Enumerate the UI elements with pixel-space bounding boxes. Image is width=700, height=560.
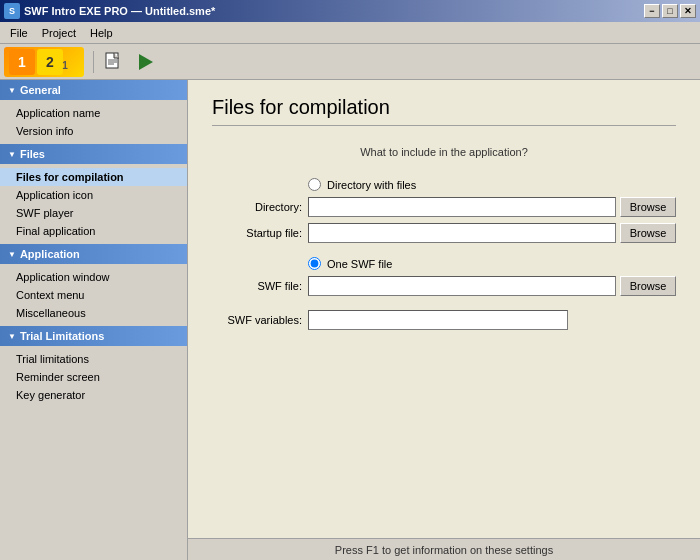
application-section-label: Application	[20, 248, 80, 260]
sidebar-item-trial-limitations[interactable]: Trial limitations	[0, 350, 187, 368]
swf-browse-button[interactable]: Browse	[620, 276, 676, 296]
menu-project[interactable]: Project	[36, 25, 82, 41]
svg-text:1: 1	[62, 60, 68, 71]
sidebar-item-context-menu[interactable]: Context menu	[0, 286, 187, 304]
title-bar: S SWF Intro EXE PRO — Untitled.sme* − □ …	[0, 0, 700, 22]
minimize-button[interactable]: −	[644, 4, 660, 18]
toolbar: 1 2 1	[0, 44, 700, 80]
swf-vars-label: SWF variables:	[212, 314, 302, 326]
toolbar-separator	[93, 51, 94, 73]
sidebar-section-trial[interactable]: ▼ Trial Limitations	[0, 326, 187, 346]
sidebar-item-version-info[interactable]: Version info	[0, 122, 187, 140]
sidebar-section-general[interactable]: ▼ General	[0, 80, 187, 100]
directory-browse-button[interactable]: Browse	[620, 197, 676, 217]
swf-vars-input[interactable]	[308, 310, 568, 330]
general-section-label: General	[20, 84, 61, 96]
application-arrow-icon: ▼	[8, 250, 16, 259]
trial-items: Trial limitations Reminder screen Key ge…	[0, 346, 187, 408]
swf-label: SWF file:	[212, 280, 302, 292]
startup-input[interactable]	[308, 223, 616, 243]
sidebar: ▼ General Application name Version info …	[0, 80, 188, 560]
content-subtitle: What to include in the application?	[212, 146, 676, 158]
close-button[interactable]: ✕	[680, 4, 696, 18]
status-text: Press F1 to get information on these set…	[335, 544, 553, 556]
swf-form-group: SWF file: Browse	[212, 276, 676, 296]
sidebar-item-key-generator[interactable]: Key generator	[0, 386, 187, 404]
title-buttons[interactable]: − □ ✕	[644, 4, 696, 18]
trial-section-label: Trial Limitations	[20, 330, 104, 342]
application-items: Application window Context menu Miscella…	[0, 264, 187, 326]
radio-directory[interactable]	[308, 178, 321, 191]
page-title: Files for compilation	[212, 96, 676, 126]
svg-text:1: 1	[18, 54, 26, 70]
general-arrow-icon: ▼	[8, 86, 16, 95]
swf-vars-form-group: SWF variables:	[212, 310, 676, 330]
radio-directory-label[interactable]: Directory with files	[327, 179, 416, 191]
content-area: Files for compilation What to include in…	[188, 80, 700, 560]
radio-group-swf: One SWF file	[308, 257, 676, 270]
sidebar-item-reminder-screen[interactable]: Reminder screen	[0, 368, 187, 386]
directory-form-group: Directory: Browse	[212, 197, 676, 217]
toolbar-doc-button[interactable]	[99, 48, 129, 76]
files-section-label: Files	[20, 148, 45, 160]
sidebar-item-app-window[interactable]: Application window	[0, 268, 187, 286]
title-text: SWF Intro EXE PRO — Untitled.sme*	[24, 5, 215, 17]
toolbar-logo: 1 2 1	[4, 47, 84, 77]
files-items: Files for compilation Application icon S…	[0, 164, 187, 244]
startup-form-group: Startup file: Browse	[212, 223, 676, 243]
sidebar-item-swf-player[interactable]: SWF player	[0, 204, 187, 222]
files-arrow-icon: ▼	[8, 150, 16, 159]
swf-input[interactable]	[308, 276, 616, 296]
sidebar-item-files-compilation[interactable]: Files for compilation	[0, 168, 187, 186]
directory-label: Directory:	[212, 201, 302, 213]
maximize-button[interactable]: □	[662, 4, 678, 18]
menu-bar: File Project Help	[0, 22, 700, 44]
sidebar-item-app-name[interactable]: Application name	[0, 104, 187, 122]
toolbar-play-button[interactable]	[131, 48, 161, 76]
status-bar: Press F1 to get information on these set…	[188, 538, 700, 560]
menu-help[interactable]: Help	[84, 25, 119, 41]
general-items: Application name Version info	[0, 100, 187, 144]
startup-label: Startup file:	[212, 227, 302, 239]
title-bar-left: S SWF Intro EXE PRO — Untitled.sme*	[4, 3, 215, 19]
startup-browse-button[interactable]: Browse	[620, 223, 676, 243]
sidebar-section-files[interactable]: ▼ Files	[0, 144, 187, 164]
trial-arrow-icon: ▼	[8, 332, 16, 341]
sidebar-item-app-icon[interactable]: Application icon	[0, 186, 187, 204]
menu-file[interactable]: File	[4, 25, 34, 41]
svg-text:2: 2	[46, 54, 54, 70]
app-icon: S	[4, 3, 20, 19]
directory-input[interactable]	[308, 197, 616, 217]
main-layout: ▼ General Application name Version info …	[0, 80, 700, 560]
radio-swf[interactable]	[308, 257, 321, 270]
radio-group-directory: Directory with files	[308, 178, 676, 191]
play-icon	[139, 54, 153, 70]
sidebar-item-miscellaneous[interactable]: Miscellaneous	[0, 304, 187, 322]
radio-swf-label[interactable]: One SWF file	[327, 258, 392, 270]
sidebar-item-final-app[interactable]: Final application	[0, 222, 187, 240]
sidebar-section-application[interactable]: ▼ Application	[0, 244, 187, 264]
